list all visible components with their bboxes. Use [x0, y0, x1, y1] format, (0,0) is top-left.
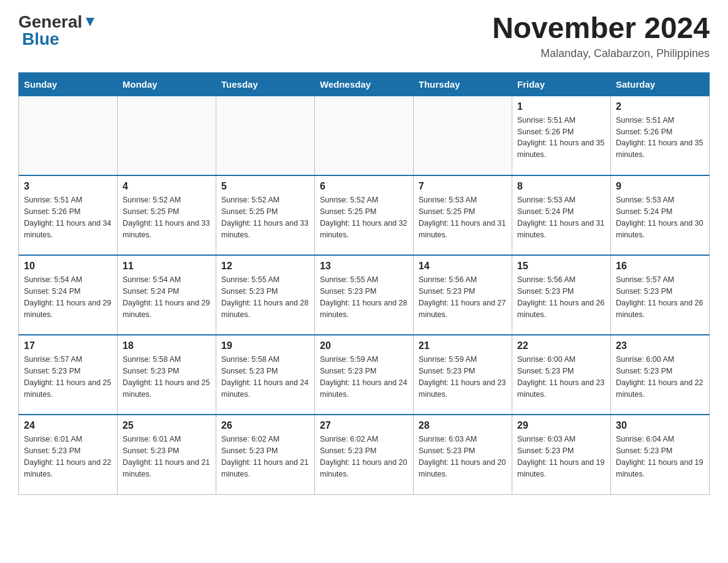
day-number: 7 — [419, 181, 507, 192]
day-info: Sunrise: 6:03 AMSunset: 5:23 PMDaylight:… — [517, 434, 605, 480]
day-number: 24 — [24, 420, 112, 431]
day-info: Sunrise: 5:52 AMSunset: 5:25 PMDaylight:… — [123, 194, 211, 240]
day-info: Sunrise: 6:01 AMSunset: 5:23 PMDaylight:… — [123, 434, 211, 480]
day-number: 19 — [221, 340, 309, 351]
day-number: 14 — [419, 261, 507, 272]
day-info: Sunrise: 5:59 AMSunset: 5:23 PMDaylight:… — [320, 354, 408, 400]
day-number: 3 — [24, 181, 112, 192]
table-row: 5Sunrise: 5:52 AMSunset: 5:25 PMDaylight… — [216, 175, 315, 255]
day-info: Sunrise: 5:51 AMSunset: 5:26 PMDaylight:… — [616, 115, 704, 161]
day-info: Sunrise: 5:51 AMSunset: 5:26 PMDaylight:… — [517, 115, 605, 161]
day-number: 18 — [123, 340, 211, 351]
logo-blue: Blue — [22, 29, 59, 49]
table-row: 6Sunrise: 5:52 AMSunset: 5:25 PMDaylight… — [315, 175, 414, 255]
table-row: 1Sunrise: 5:51 AMSunset: 5:26 PMDaylight… — [512, 96, 611, 175]
calendar-week-row: 24Sunrise: 6:01 AMSunset: 5:23 PMDayligh… — [19, 415, 710, 494]
day-number: 8 — [517, 181, 605, 192]
day-number: 17 — [24, 340, 112, 351]
month-title: November 2024 — [492, 12, 710, 45]
table-row — [19, 96, 118, 175]
table-row: 20Sunrise: 5:59 AMSunset: 5:23 PMDayligh… — [315, 335, 414, 415]
day-number: 25 — [123, 420, 211, 431]
calendar-week-row: 1Sunrise: 5:51 AMSunset: 5:26 PMDaylight… — [19, 96, 710, 175]
day-info: Sunrise: 5:55 AMSunset: 5:23 PMDaylight:… — [320, 274, 408, 320]
col-wednesday: Wednesday — [315, 72, 414, 96]
calendar-header-row: Sunday Monday Tuesday Wednesday Thursday… — [19, 72, 710, 96]
day-number: 2 — [616, 101, 704, 112]
day-info: Sunrise: 5:57 AMSunset: 5:23 PMDaylight:… — [616, 274, 704, 320]
day-info: Sunrise: 5:54 AMSunset: 5:24 PMDaylight:… — [24, 274, 112, 320]
day-info: Sunrise: 5:57 AMSunset: 5:23 PMDaylight:… — [24, 354, 112, 400]
header: General Blue November 2024 Malanday, Cal… — [18, 12, 710, 60]
table-row: 23Sunrise: 6:00 AMSunset: 5:23 PMDayligh… — [611, 335, 710, 415]
day-info: Sunrise: 5:53 AMSunset: 5:25 PMDaylight:… — [419, 194, 507, 240]
day-number: 9 — [616, 181, 704, 192]
table-row: 30Sunrise: 6:04 AMSunset: 5:23 PMDayligh… — [611, 415, 710, 494]
day-number: 27 — [320, 420, 408, 431]
table-row: 13Sunrise: 5:55 AMSunset: 5:23 PMDayligh… — [315, 255, 414, 335]
table-row: 27Sunrise: 6:02 AMSunset: 5:23 PMDayligh… — [315, 415, 414, 494]
day-number: 26 — [221, 420, 309, 431]
table-row: 4Sunrise: 5:52 AMSunset: 5:25 PMDaylight… — [118, 175, 216, 255]
table-row — [315, 96, 414, 175]
day-info: Sunrise: 5:58 AMSunset: 5:23 PMDaylight:… — [221, 354, 309, 400]
day-number: 13 — [320, 261, 408, 272]
day-info: Sunrise: 6:00 AMSunset: 5:23 PMDaylight:… — [616, 354, 704, 400]
table-row: 8Sunrise: 5:53 AMSunset: 5:24 PMDaylight… — [512, 175, 611, 255]
table-row: 11Sunrise: 5:54 AMSunset: 5:24 PMDayligh… — [118, 255, 216, 335]
table-row: 2Sunrise: 5:51 AMSunset: 5:26 PMDaylight… — [611, 96, 710, 175]
day-number: 11 — [123, 261, 211, 272]
day-info: Sunrise: 5:51 AMSunset: 5:26 PMDaylight:… — [24, 194, 112, 240]
day-info: Sunrise: 5:52 AMSunset: 5:25 PMDaylight:… — [320, 194, 408, 240]
table-row: 3Sunrise: 5:51 AMSunset: 5:26 PMDaylight… — [19, 175, 118, 255]
day-info: Sunrise: 5:53 AMSunset: 5:24 PMDaylight:… — [616, 194, 704, 240]
day-number: 28 — [419, 420, 507, 431]
table-row: 16Sunrise: 5:57 AMSunset: 5:23 PMDayligh… — [611, 255, 710, 335]
table-row: 25Sunrise: 6:01 AMSunset: 5:23 PMDayligh… — [118, 415, 216, 494]
day-number: 23 — [616, 340, 704, 351]
col-saturday: Saturday — [611, 72, 710, 96]
table-row: 12Sunrise: 5:55 AMSunset: 5:23 PMDayligh… — [216, 255, 315, 335]
day-number: 6 — [320, 181, 408, 192]
logo-arrow-icon — [83, 15, 97, 29]
day-number: 1 — [517, 101, 605, 112]
calendar-week-row: 3Sunrise: 5:51 AMSunset: 5:26 PMDaylight… — [19, 175, 710, 255]
table-row: 17Sunrise: 5:57 AMSunset: 5:23 PMDayligh… — [19, 335, 118, 415]
table-row: 10Sunrise: 5:54 AMSunset: 5:24 PMDayligh… — [19, 255, 118, 335]
logo: General Blue — [18, 12, 97, 49]
calendar-week-row: 17Sunrise: 5:57 AMSunset: 5:23 PMDayligh… — [19, 335, 710, 415]
day-info: Sunrise: 5:56 AMSunset: 5:23 PMDaylight:… — [517, 274, 605, 320]
day-info: Sunrise: 5:54 AMSunset: 5:24 PMDaylight:… — [123, 274, 211, 320]
day-info: Sunrise: 5:52 AMSunset: 5:25 PMDaylight:… — [221, 194, 309, 240]
day-number: 20 — [320, 340, 408, 351]
table-row: 19Sunrise: 5:58 AMSunset: 5:23 PMDayligh… — [216, 335, 315, 415]
col-thursday: Thursday — [414, 72, 512, 96]
table-row: 18Sunrise: 5:58 AMSunset: 5:23 PMDayligh… — [118, 335, 216, 415]
location: Malanday, Calabarzon, Philippines — [492, 47, 710, 60]
table-row: 9Sunrise: 5:53 AMSunset: 5:24 PMDaylight… — [611, 175, 710, 255]
day-info: Sunrise: 5:56 AMSunset: 5:23 PMDaylight:… — [419, 274, 507, 320]
day-number: 16 — [616, 261, 704, 272]
day-number: 22 — [517, 340, 605, 351]
day-number: 5 — [221, 181, 309, 192]
calendar-week-row: 10Sunrise: 5:54 AMSunset: 5:24 PMDayligh… — [19, 255, 710, 335]
table-row — [216, 96, 315, 175]
day-number: 15 — [517, 261, 605, 272]
day-info: Sunrise: 5:59 AMSunset: 5:23 PMDaylight:… — [419, 354, 507, 400]
table-row: 26Sunrise: 6:02 AMSunset: 5:23 PMDayligh… — [216, 415, 315, 494]
title-area: November 2024 Malanday, Calabarzon, Phil… — [492, 12, 710, 60]
col-monday: Monday — [118, 72, 216, 96]
day-number: 21 — [419, 340, 507, 351]
calendar: Sunday Monday Tuesday Wednesday Thursday… — [18, 72, 710, 495]
table-row: 15Sunrise: 5:56 AMSunset: 5:23 PMDayligh… — [512, 255, 611, 335]
table-row — [414, 96, 512, 175]
day-number: 10 — [24, 261, 112, 272]
day-info: Sunrise: 6:01 AMSunset: 5:23 PMDaylight:… — [24, 434, 112, 480]
table-row: 28Sunrise: 6:03 AMSunset: 5:23 PMDayligh… — [414, 415, 512, 494]
day-info: Sunrise: 6:02 AMSunset: 5:23 PMDaylight:… — [221, 434, 309, 480]
day-info: Sunrise: 5:55 AMSunset: 5:23 PMDaylight:… — [221, 274, 309, 320]
col-friday: Friday — [512, 72, 611, 96]
table-row: 24Sunrise: 6:01 AMSunset: 5:23 PMDayligh… — [19, 415, 118, 494]
table-row: 22Sunrise: 6:00 AMSunset: 5:23 PMDayligh… — [512, 335, 611, 415]
table-row: 29Sunrise: 6:03 AMSunset: 5:23 PMDayligh… — [512, 415, 611, 494]
